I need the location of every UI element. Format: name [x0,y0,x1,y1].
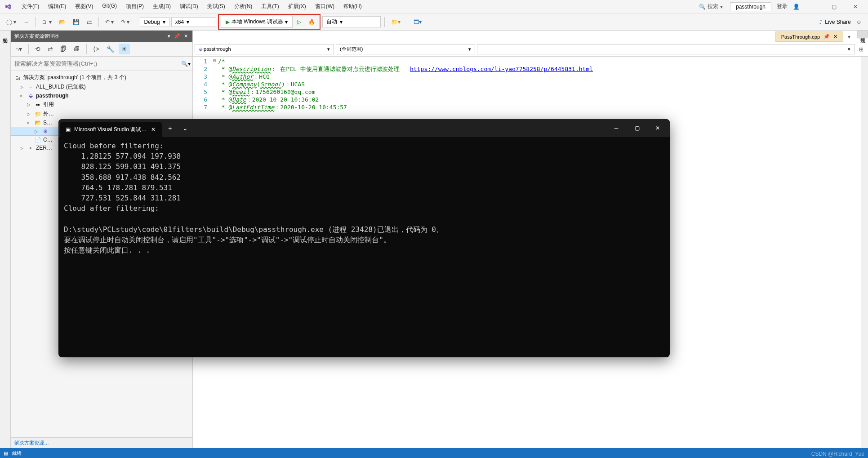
save-all-button[interactable]: 🗃 [84,17,95,27]
tree-external[interactable]: ▷ 📁 外… [11,109,192,119]
menu-window[interactable]: 窗口(W) [312,1,338,12]
tree-label: 解决方案 'passthrough' (1 个项目，共 3 个) [23,74,126,81]
console-tab-close[interactable]: ✕ [150,125,156,133]
references-icon: ▪▪ [34,102,41,108]
menu-view[interactable]: 视图(V) [71,1,97,12]
menu-edit[interactable]: 编辑(E) [45,1,70,12]
switch-views-button[interactable]: ⟲ [32,44,43,54]
pending-changes-button[interactable]: ⇄ [45,44,56,54]
panel-close-button[interactable]: ✕ [183,32,189,40]
vertical-scrollbar[interactable] [861,57,868,448]
folder-icon: 📂 [34,120,41,126]
configuration-dropdown[interactable]: Debug▾ [140,17,169,27]
console-maximize-button[interactable]: ▢ [627,121,647,135]
chevron-down-icon[interactable]: ▿ [20,93,25,98]
target-dropdown[interactable]: 自动▾ [322,16,381,27]
live-share-button[interactable]: Live Share [825,19,850,25]
global-scope-dropdown[interactable]: (全局范围) ▾ [336,44,475,54]
menu-analyze[interactable]: 分析(N) [231,1,256,12]
tree-solution-root[interactable]: 🗂 解决方案 'passthrough' (1 个项目，共 3 个) [11,73,192,82]
preview-button[interactable]: ☀ [119,44,130,54]
solution-search-box[interactable]: 🔍▾ [11,57,192,71]
menu-help[interactable]: 帮助(H) [340,1,365,12]
open-button[interactable]: 📂 [56,17,68,27]
project-scope-dropdown[interactable]: ⬙ passthrough ▾ [195,44,334,54]
menu-debug[interactable]: 调试(D) [176,1,202,12]
panel-pin-button[interactable]: 📌 [173,32,181,40]
menu-tools[interactable]: 工具(T) [258,1,282,12]
menu-file[interactable]: 文件(F) [18,1,43,12]
window-layout-button[interactable]: 🗔▾ [411,17,424,27]
console-close-button[interactable]: ✕ [647,121,668,135]
save-button[interactable]: 💾 [70,17,82,27]
collapse-button[interactable]: ⟨> [90,44,102,54]
code-text: ：1756260160@qq.com [249,89,315,95]
forward-button[interactable]: → [21,17,31,27]
close-icon[interactable]: ✕ [833,34,837,40]
properties-button[interactable]: 🔧 [104,44,117,54]
pin-icon[interactable]: 📌 [823,34,830,40]
code-link[interactable]: https://www.cnblogs.com/li-yao7758258/p/… [410,66,593,72]
status-bar: ▤ 就绪 [0,448,868,458]
platform-dropdown[interactable]: x64▾ [171,17,216,27]
account-icon[interactable]: 👤 [793,4,800,10]
member-scope-dropdown[interactable]: ▾ [477,44,855,54]
code-text: Author [232,73,253,80]
show-all-button[interactable]: 🗊 [71,44,83,54]
panel-dropdown-button[interactable]: ▾ [167,32,171,40]
solution-search-input[interactable] [13,58,181,69]
editor-tab-passthrough[interactable]: PassThrough.cpp 📌 ✕ [775,31,843,42]
editor-more-button[interactable]: ▾ [845,32,853,42]
console-minimize-button[interactable]: ─ [606,121,627,135]
debug-console-window: ▣ Microsoft Visual Studio 调试… ✕ + ⌄ ─ ▢ … [58,119,670,357]
folder-button[interactable]: 📁▾ [388,17,403,27]
login-button[interactable]: 登录 [775,1,789,12]
feedback-button[interactable]: ☺ [854,17,864,27]
console-tab[interactable]: ▣ Microsoft Visual Studio 调试… ✕ [60,122,162,137]
chevron-right-icon[interactable]: ▷ [27,102,32,107]
tree-references[interactable]: ▷ ▪▪ 引用 [11,100,192,109]
tree-label: 外… [43,110,54,118]
debugger-label: 本地 Windows 调试器 [231,18,283,26]
code-text: * @ [218,66,232,72]
properties-tab[interactable]: 属性 [857,31,868,38]
minimize-button[interactable]: ─ [803,0,821,13]
chevron-down-icon[interactable]: ▿ [27,120,32,125]
menu-project[interactable]: 项目(P) [122,1,147,12]
output-icon[interactable]: ▤ [4,450,8,456]
chevron-right-icon[interactable]: ▷ [20,146,25,151]
code-text: )：UCAS [281,81,305,88]
hot-reload-button[interactable]: 🔥 [306,17,318,27]
tree-passthrough[interactable]: ▿ ⬙ passthrough [11,92,192,100]
menu-git[interactable]: Git(G) [98,1,120,12]
menu-test[interactable]: 测试(S) [204,1,229,12]
document-outline-tab[interactable]: 文档大纲 [0,31,11,448]
solution-explorer-tab[interactable]: 解决方案资源… [14,440,49,445]
menu-build[interactable]: 生成(B) [149,1,174,12]
tree-all-build[interactable]: ▷ ▫ ALL_BUILD (已卸载) [11,82,192,92]
console-titlebar[interactable]: ▣ Microsoft Visual Studio 调试… ✕ + ⌄ ─ ▢ … [58,119,670,137]
chevron-right-icon[interactable]: ▷ [20,84,25,89]
maximize-button[interactable]: ▢ [825,0,843,13]
sync-button[interactable]: 🗐 [58,44,69,54]
start-without-debug-button[interactable]: ▷ [294,17,304,27]
home-button[interactable]: ⌂▾ [13,44,25,54]
back-button[interactable]: ◯ ▾ [4,17,19,27]
solution-name-box[interactable]: passthrough [730,2,771,11]
menu-extensions[interactable]: 扩展(X) [285,1,310,12]
console-new-tab-button[interactable]: + [164,123,176,133]
chevron-right-icon[interactable]: ▷ [35,129,40,134]
code-text: School [260,81,281,88]
split-editor-button[interactable]: ⊞ [856,44,866,54]
chevron-right-icon[interactable]: ▷ [27,111,32,116]
console-tab-dropdown[interactable]: ⌄ [178,123,192,133]
search-box[interactable]: 🔍 搜索 ▾ [695,2,726,11]
undo-button[interactable]: ↶ ▾ [102,17,116,27]
start-debug-button[interactable]: ▶ 本地 Windows 调试器 ▾ [221,16,293,28]
search-icon: 🔍 [699,4,706,10]
redo-button[interactable]: ↷ ▾ [118,17,132,27]
chevron-down-icon: ▾ [163,19,165,25]
console-output[interactable]: Cloud before filtering: 1.28125 577.094 … [58,137,670,357]
close-button[interactable]: ✕ [846,0,864,13]
new-item-button[interactable]: 🗋 ▾ [39,17,54,27]
